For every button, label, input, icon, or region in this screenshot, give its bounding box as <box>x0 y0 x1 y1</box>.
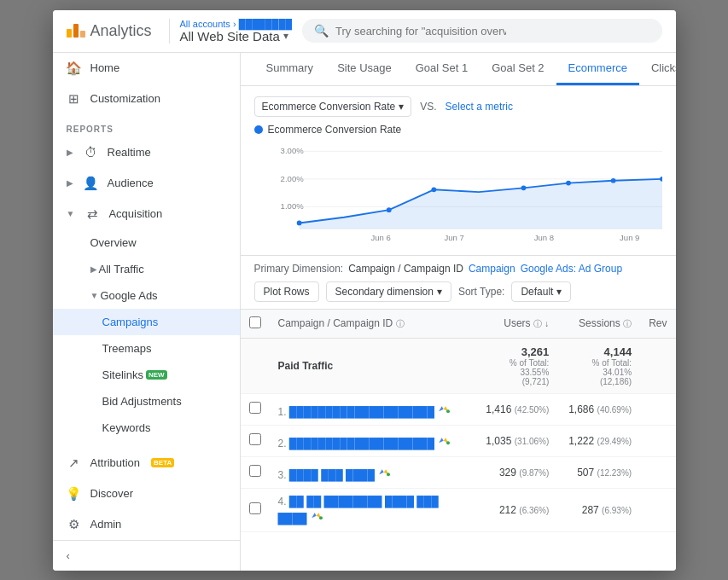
sidebar-item-discover[interactable]: 💡 Discover <box>53 478 240 509</box>
beta-badge: BETA <box>151 458 174 467</box>
row1-checkbox-cell <box>241 393 270 425</box>
site-selector[interactable]: All Web Site Data ▾ <box>180 29 292 44</box>
tab-goal-set-2[interactable]: Goal Set 2 <box>480 53 556 85</box>
select-metric-link[interactable]: Select a metric <box>446 101 513 113</box>
all-accounts-link[interactable]: All accounts <box>180 19 230 29</box>
svg-marker-18 <box>440 406 444 411</box>
tab-site-usage[interactable]: Site Usage <box>325 53 404 85</box>
tab-goal-set-1[interactable]: Goal Set 1 <box>404 53 480 85</box>
sidebar-item-all-traffic[interactable]: ▶ All Traffic <box>53 256 240 282</box>
sidebar-item-admin[interactable]: ⚙ Admin <box>53 509 240 540</box>
sort-type-dropdown[interactable]: Default ▾ <box>511 281 571 302</box>
tab-clicks-label: Clicks <box>651 61 676 74</box>
total-label-cell: Paid Traffic <box>270 338 478 393</box>
sidebar-item-acquisition[interactable]: ▼ ⇄ Acquisition <box>53 199 240 229</box>
sidebar-item-treemaps-label: Treemaps <box>102 342 152 355</box>
dim-ad-group-link[interactable]: Google Ads: Ad Group <box>521 263 622 275</box>
plot-rows-button[interactable]: Plot Rows <box>254 281 319 302</box>
main-content: Summary Site Usage Goal Set 1 Goal Set 2… <box>241 53 676 571</box>
expand-icon: ▼ <box>90 291 99 300</box>
row1-checkbox[interactable] <box>249 402 261 414</box>
sidebar-item-campaigns[interactable]: Campaigns <box>53 309 240 335</box>
svg-point-26 <box>387 473 390 476</box>
sidebar-item-home-label: Home <box>90 61 120 74</box>
row2-sessions-cell: 1,222 (29.49%) <box>557 425 640 456</box>
users-sort-arrow[interactable]: ↓ <box>545 319 549 328</box>
sidebar-item-realtime[interactable]: ▶ ⏱ Realtime <box>53 137 240 168</box>
table-header-row: Campaign / Campaign ID ⓘ Users ⓘ ↓ Sessi… <box>241 309 676 338</box>
tab-ecommerce[interactable]: Ecommerce <box>556 53 639 85</box>
collapse-icon: ‹ <box>67 549 70 562</box>
sidebar-item-keywords-label: Keywords <box>102 421 151 434</box>
sidebar-item-google-ads[interactable]: ▼ Google Ads <box>53 282 240 309</box>
site-dropdown-arrow: ▾ <box>283 30 288 42</box>
total-label: Paid Traffic <box>278 360 334 372</box>
secondary-dimension-dropdown[interactable]: Secondary dimension ▾ <box>326 281 451 302</box>
users-info-icon[interactable]: ⓘ <box>533 319 542 328</box>
table-row: 1. ████████████████████ <box>241 393 676 425</box>
metric-dropdown[interactable]: Ecommerce Conversion Rate ▾ <box>254 96 412 117</box>
row2-checkbox[interactable] <box>249 433 261 445</box>
table-row: 2. ████████████████████ 1 <box>241 425 676 456</box>
row3-campaign-name[interactable]: ████ ███ ████ <box>289 469 375 481</box>
sidebar-item-customization-label: Customization <box>90 92 160 105</box>
expand-icon: ▶ <box>67 148 73 157</box>
sidebar-item-overview[interactable]: Overview <box>53 229 240 256</box>
collapse-sidebar-button[interactable]: ‹ <box>53 541 240 571</box>
search-bar[interactable]: 🔍 <box>302 19 662 43</box>
site-name-label: All Web Site Data <box>180 29 280 44</box>
table-controls: Primary Dimension: Campaign / Campaign I… <box>241 255 676 309</box>
row3-sessions: 507 <box>577 467 594 478</box>
row3-sessions-cell: 507 (12.23%) <box>557 456 640 488</box>
row4-checkbox[interactable] <box>249 502 261 514</box>
svg-marker-21 <box>440 438 444 443</box>
logo-bar-orange <box>73 24 79 38</box>
sidebar-item-home[interactable]: 🏠 Home <box>53 53 240 84</box>
sidebar-item-audience[interactable]: ▶ 👤 Audience <box>53 168 240 199</box>
svg-point-11 <box>566 180 571 185</box>
logo-bar-yellow <box>67 29 72 38</box>
sidebar-item-attribution[interactable]: ↗ Attribution BETA <box>53 448 240 478</box>
header-campaign-label: Campaign / Campaign ID <box>278 317 393 329</box>
row3-users-cell: 329 (9.87%) <box>477 456 557 488</box>
svg-point-29 <box>319 516 323 519</box>
row1-users: 1,416 <box>486 403 511 415</box>
realtime-icon: ⏱ <box>84 145 99 160</box>
tab-site-usage-label: Site Usage <box>337 61 392 74</box>
row3-revenue-cell <box>640 456 675 488</box>
sidebar-item-treemaps[interactable]: Treemaps <box>53 335 240 362</box>
row3-checkbox-cell <box>241 456 270 488</box>
sessions-info-icon[interactable]: ⓘ <box>623 319 632 328</box>
row1-campaign-name[interactable]: ████████████████████ <box>289 406 434 418</box>
sidebar-item-sitelinks[interactable]: Sitelinks NEW <box>53 362 240 388</box>
search-input[interactable] <box>335 25 506 38</box>
select-all-checkbox[interactable] <box>249 316 261 328</box>
sidebar-item-keywords[interactable]: Keywords <box>53 415 240 441</box>
account-name-breadcrumb: ████████ <box>239 19 292 29</box>
tab-clicks[interactable]: Clicks <box>639 53 676 85</box>
header-revenue-label: Rev <box>649 317 667 329</box>
svg-text:Jun 9: Jun 9 <box>620 232 639 241</box>
primary-dimension-bar: Primary Dimension: Campaign / Campaign I… <box>254 263 662 275</box>
vs-label: VS. <box>420 101 436 113</box>
sidebar-bottom: ‹ <box>53 540 240 571</box>
tab-summary[interactable]: Summary <box>254 53 326 85</box>
row2-campaign-name[interactable]: ████████████████████ <box>289 438 434 450</box>
row4-campaign-name[interactable]: ██ ██ ████████ ████ ███ ████ <box>278 496 439 525</box>
sidebar-item-audience-label: Audience <box>108 177 154 189</box>
svg-point-12 <box>610 177 615 183</box>
row3-checkbox[interactable] <box>249 465 261 477</box>
header-sessions-label: Sessions <box>579 317 620 329</box>
sidebar-item-bid-adjustments[interactable]: Bid Adjustments <box>53 388 240 415</box>
row2-users: 1,035 <box>486 435 511 447</box>
admin-icon: ⚙ <box>67 517 82 532</box>
row3-users-pct: (9.87%) <box>519 468 549 478</box>
campaign-info-icon[interactable]: ⓘ <box>396 319 405 328</box>
legend-label: Ecommerce Conversion Rate <box>268 124 402 136</box>
header-sessions: Sessions ⓘ <box>557 309 640 338</box>
total-sessions-cell: 4,144 % of Total: 34.01% (12,186) <box>557 338 640 393</box>
sidebar-item-customization[interactable]: ⊞ Customization <box>53 84 240 114</box>
sidebar-item-overview-label: Overview <box>90 236 137 249</box>
dim-campaign-link[interactable]: Campaign <box>469 263 515 275</box>
reports-section-label: REPORTS <box>53 114 240 137</box>
